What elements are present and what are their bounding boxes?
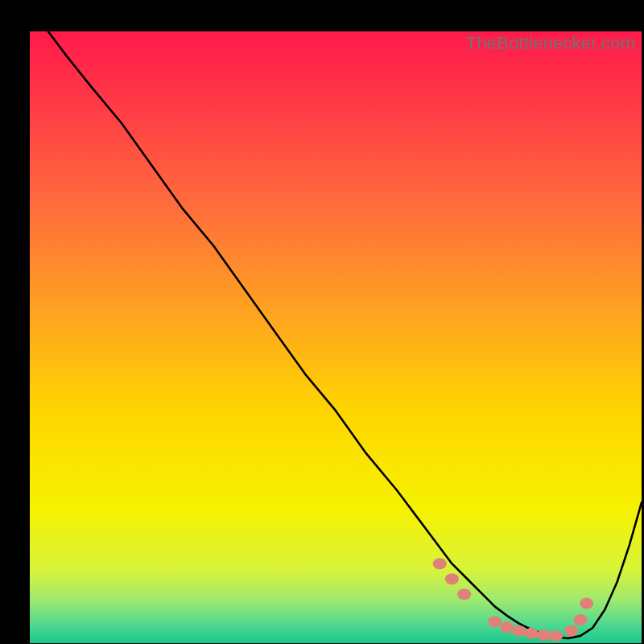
marker-dot xyxy=(537,630,551,641)
marker-dot xyxy=(445,573,459,584)
marker-dot xyxy=(433,558,447,569)
marker-dot xyxy=(488,616,502,627)
chart-frame: TheBottlenecker.com xyxy=(14,14,630,630)
marker-dot xyxy=(549,630,563,642)
marker-dot xyxy=(564,625,578,637)
marker-dot xyxy=(580,598,593,609)
marker-dot xyxy=(457,588,471,600)
watermark-label: TheBottlenecker.com xyxy=(466,33,635,54)
marker-dot xyxy=(525,628,539,639)
marker-dot xyxy=(500,621,514,633)
bottleneck-chart xyxy=(30,31,642,643)
plot-area: TheBottlenecker.com xyxy=(30,31,642,643)
marker-dot xyxy=(513,625,526,637)
marker-dot xyxy=(574,614,588,625)
